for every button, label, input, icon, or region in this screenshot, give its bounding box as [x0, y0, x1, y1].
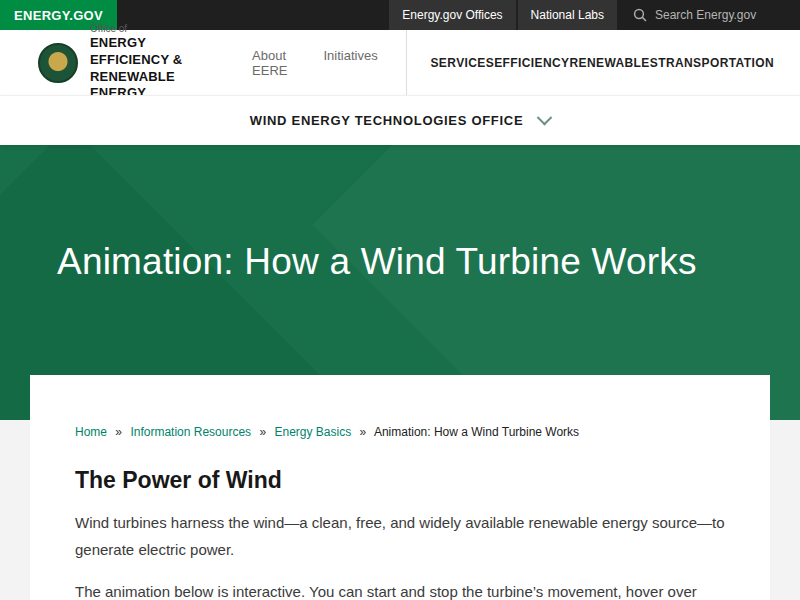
topbar-link-national-labs[interactable]: National Labs	[518, 0, 617, 30]
search-box[interactable]	[617, 0, 800, 30]
breadcrumb-separator: »	[115, 425, 122, 439]
section-heading: The Power of Wind	[75, 467, 725, 494]
nav-transportation[interactable]: TRANSPORTATION	[658, 56, 774, 70]
office-of-label: Office of	[90, 23, 210, 34]
nav-initiatives[interactable]: Initiatives	[323, 48, 377, 78]
office-bar[interactable]: WIND ENERGY TECHNOLOGIES OFFICE	[0, 95, 800, 145]
office-bar-label: WIND ENERGY TECHNOLOGIES OFFICE	[250, 113, 524, 128]
breadcrumb: Home » Information Resources » Energy Ba…	[75, 425, 725, 439]
topbar-right: Energy.gov Offices National Labs	[387, 0, 800, 30]
breadcrumb-separator: »	[259, 425, 266, 439]
animation-paragraph: The animation below is interactive. You …	[75, 578, 725, 600]
intro-paragraph: Wind turbines harness the wind—a clean, …	[75, 509, 725, 563]
main-header: Office of ENERGY EFFICIENCY & RENEWABLE …	[0, 30, 800, 95]
nav-services[interactable]: SERVICES	[430, 56, 494, 70]
breadcrumb-current-page: Animation: How a Wind Turbine Works	[374, 425, 579, 439]
breadcrumb-energy-basics[interactable]: Energy Basics	[275, 425, 352, 439]
org-line-1: ENERGY EFFICIENCY &	[90, 35, 210, 69]
content-card: Home » Information Resources » Energy Ba…	[30, 375, 770, 600]
org-name[interactable]: Office of ENERGY EFFICIENCY & RENEWABLE …	[90, 23, 210, 103]
topbar-link-offices[interactable]: Energy.gov Offices	[389, 0, 515, 30]
doe-seal-icon[interactable]	[38, 43, 78, 83]
chevron-down-icon[interactable]	[537, 110, 553, 126]
search-icon[interactable]	[633, 8, 647, 22]
breadcrumb-separator: »	[360, 425, 367, 439]
nav-about-eere[interactable]: About EERE	[252, 48, 291, 78]
search-input[interactable]	[655, 8, 770, 22]
page-title: Animation: How a Wind Turbine Works	[0, 145, 800, 283]
nav-renewables[interactable]: RENEWABLES	[569, 56, 658, 70]
nav-efficiency[interactable]: EFFICIENCY	[494, 56, 569, 70]
secondary-nav: About EERE Initiatives	[252, 48, 378, 78]
breadcrumb-information-resources[interactable]: Information Resources	[130, 425, 251, 439]
primary-nav: SERVICES EFFICIENCY RENEWABLES TRANSPORT…	[406, 56, 774, 70]
breadcrumb-home[interactable]: Home	[75, 425, 107, 439]
